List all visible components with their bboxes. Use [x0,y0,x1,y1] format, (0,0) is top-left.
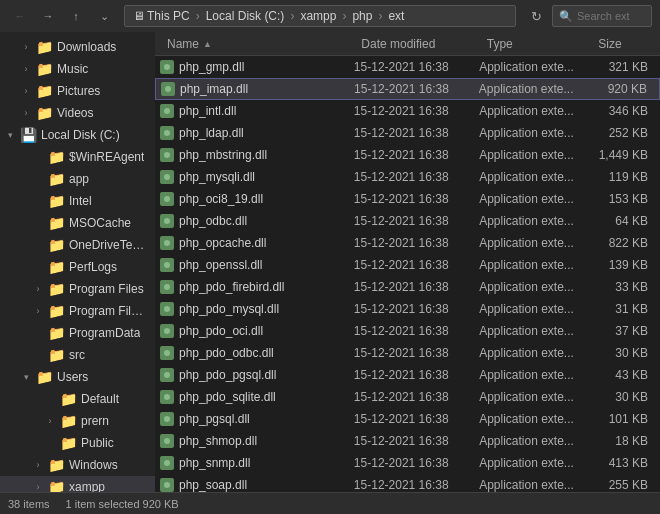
sidebar: ›📁Downloads›📁Music›📁Pictures›📁Videos▾💾Lo… [0,32,155,492]
expand-icon[interactable]: › [32,283,44,295]
sidebar-item-src[interactable]: 📁src [0,344,155,366]
sidebar-item-perflogs[interactable]: 📁PerfLogs [0,256,155,278]
sidebar-item-videos[interactable]: ›📁Videos [0,102,155,124]
address-ext: ext [388,9,404,23]
sidebar-item-public[interactable]: 📁Public [0,432,155,454]
table-row[interactable]: php_mbstring.dll15-12-2021 16:38Applicat… [155,144,660,166]
search-input[interactable] [577,10,647,22]
recent-locations-button[interactable]: ⌄ [92,4,116,28]
folder-icon: 📁 [36,61,53,77]
table-row[interactable]: php_pdo_mysql.dll15-12-2021 16:38Applica… [155,298,660,320]
sidebar-item-default[interactable]: 📁Default [0,388,155,410]
file-size: 1,449 KB [590,148,656,162]
search-box[interactable]: 🔍 [552,5,652,27]
expand-icon[interactable] [32,195,44,207]
expand-icon[interactable] [44,393,56,405]
file-type: Application exte... [479,390,590,404]
table-row[interactable]: php_pdo_pgsql.dll15-12-2021 16:38Applica… [155,364,660,386]
table-row[interactable]: php_pgsql.dll15-12-2021 16:38Application… [155,408,660,430]
expand-icon[interactable] [32,261,44,273]
expand-icon[interactable] [32,173,44,185]
table-row[interactable]: php_odbc.dll15-12-2021 16:38Application … [155,210,660,232]
table-row[interactable]: php_shmop.dll15-12-2021 16:38Application… [155,430,660,452]
expand-icon[interactable]: › [20,63,32,75]
expand-icon[interactable]: ▾ [4,129,16,141]
file-date: 15-12-2021 16:38 [354,302,479,316]
expand-icon[interactable] [32,239,44,251]
col-header-size[interactable]: Size [590,32,656,55]
expand-icon[interactable]: › [32,305,44,317]
back-button[interactable]: ← [8,4,32,28]
expand-icon[interactable]: ▾ [20,371,32,383]
table-row[interactable]: php_intl.dll15-12-2021 16:38Application … [155,100,660,122]
main-area: ›📁Downloads›📁Music›📁Pictures›📁Videos▾💾Lo… [0,32,660,492]
expand-icon[interactable]: › [20,107,32,119]
sidebar-item-music[interactable]: ›📁Music [0,58,155,80]
folder-icon: 📁 [60,391,77,407]
file-name: php_opcache.dll [159,235,354,251]
file-name: php_pdo_odbc.dll [159,345,354,361]
col-header-type[interactable]: Type [479,32,591,55]
sidebar-item-prern[interactable]: ›📁prern [0,410,155,432]
sidebar-item-onedriveTemp[interactable]: 📁OneDriveTemp [0,234,155,256]
file-size: 413 KB [590,456,656,470]
file-type: Application exte... [479,126,590,140]
expand-icon[interactable]: › [32,481,44,492]
file-date: 15-12-2021 16:38 [354,82,479,96]
sidebar-item-program-files-x86[interactable]: ›📁Program Files (x86) [0,300,155,322]
sidebar-item-label: xampp [69,480,105,492]
table-row[interactable]: php_snmp.dll15-12-2021 16:38Application … [155,452,660,474]
address-bar[interactable]: 🖥 This PC › Local Disk (C:) › xampp › ph… [124,5,516,27]
table-row[interactable]: php_gmp.dll15-12-2021 16:38Application e… [155,56,660,78]
table-row[interactable]: php_openssl.dll15-12-2021 16:38Applicati… [155,254,660,276]
table-row[interactable]: php_oci8_19.dll15-12-2021 16:38Applicati… [155,188,660,210]
table-row[interactable]: php_opcache.dll15-12-2021 16:38Applicati… [155,232,660,254]
expand-icon[interactable]: › [20,41,32,53]
col-header-name[interactable]: Name ▲ [159,32,353,55]
table-row[interactable]: php_soap.dll15-12-2021 16:38Application … [155,474,660,492]
sidebar-item-intel[interactable]: 📁Intel [0,190,155,212]
col-header-date[interactable]: Date modified [353,32,478,55]
refresh-button[interactable]: ↻ [524,4,548,28]
file-type: Application exte... [479,302,590,316]
expand-icon[interactable] [32,327,44,339]
expand-icon[interactable]: › [44,415,56,427]
expand-icon[interactable] [32,217,44,229]
file-size: 64 KB [590,214,656,228]
table-row[interactable]: php_pdo_firebird.dll15-12-2021 16:38Appl… [155,276,660,298]
sidebar-item-pictures[interactable]: ›📁Pictures [0,80,155,102]
expand-icon[interactable] [44,437,56,449]
sidebar-item-users[interactable]: ▾📁Users [0,366,155,388]
table-row[interactable]: php_imap.dll15-12-2021 16:38Application … [155,78,660,100]
file-icon [159,367,175,383]
sidebar-item-swinreagent[interactable]: 📁$WinREAgent [0,146,155,168]
sidebar-item-program-files[interactable]: ›📁Program Files [0,278,155,300]
sidebar-item-programdata[interactable]: 📁ProgramData [0,322,155,344]
table-row[interactable]: php_ldap.dll15-12-2021 16:38Application … [155,122,660,144]
table-row[interactable]: php_pdo_odbc.dll15-12-2021 16:38Applicat… [155,342,660,364]
folder-icon: 📁 [36,105,53,121]
table-row[interactable]: php_pdo_sqlite.dll15-12-2021 16:38Applic… [155,386,660,408]
sidebar-item-windows[interactable]: ›📁Windows [0,454,155,476]
sidebar-item-msocache[interactable]: 📁MSOCache [0,212,155,234]
expand-icon[interactable]: › [32,459,44,471]
address-segment: Local Disk (C:) [206,9,285,23]
sidebar-item-local-disk-c[interactable]: ▾💾Local Disk (C:) [0,124,155,146]
file-date: 15-12-2021 16:38 [354,148,479,162]
sidebar-item-label: Windows [69,458,118,472]
table-row[interactable]: php_mysqli.dll15-12-2021 16:38Applicatio… [155,166,660,188]
folder-icon: 📁 [60,435,77,451]
sidebar-item-downloads[interactable]: ›📁Downloads [0,36,155,58]
table-row[interactable]: php_pdo_oci.dll15-12-2021 16:38Applicati… [155,320,660,342]
expand-icon[interactable]: › [20,85,32,97]
forward-button[interactable]: → [36,4,60,28]
sidebar-item-xampp[interactable]: ›📁xampp [0,476,155,492]
file-size: 321 KB [590,60,656,74]
up-button[interactable]: ↑ [64,4,88,28]
expand-icon[interactable] [32,349,44,361]
sidebar-item-app[interactable]: 📁app [0,168,155,190]
expand-icon[interactable] [32,151,44,163]
folder-icon: 📁 [48,281,65,297]
file-date: 15-12-2021 16:38 [354,236,479,250]
file-type: Application exte... [479,412,590,426]
